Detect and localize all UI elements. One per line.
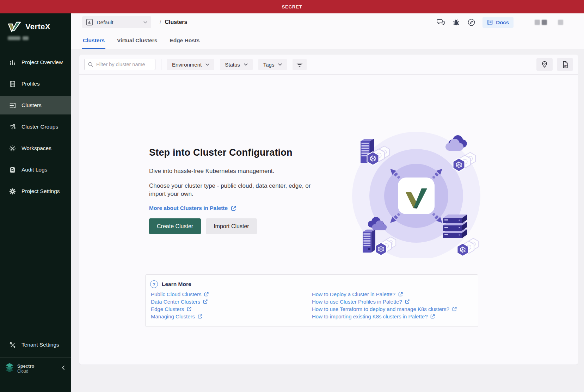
clusters-icon [9, 102, 16, 109]
tags-filter-label: Tags [263, 62, 275, 68]
sidebar-item-clusters[interactable]: Clusters [0, 96, 71, 114]
bug-report-icon[interactable] [452, 18, 460, 26]
filter-lines-icon [296, 61, 303, 68]
sidebar-item-label: Workspaces [21, 145, 51, 151]
docs-button[interactable]: Docs [482, 17, 514, 28]
external-link-icon [430, 314, 435, 319]
svg-text:CSV: CSV [564, 65, 567, 67]
classification-banner: SECRET [0, 0, 584, 13]
external-link-icon [231, 206, 236, 211]
more-filters-button[interactable] [293, 59, 307, 70]
help-icon: ? [150, 280, 158, 288]
sidebar-item-audit-logs[interactable]: Audit Logs [0, 161, 71, 179]
empty-state-title: Step into Cluster Configuration [149, 147, 293, 158]
cluster-tabs: Clusters Virtual Clusters Edge Hosts [71, 31, 584, 49]
external-link-icon [452, 307, 457, 311]
audit-log-icon [9, 167, 16, 173]
sidebar-item-label: Cluster Groups [21, 124, 58, 130]
footer-brand-line1: Spectro [17, 364, 34, 369]
vertex-logo-icon [7, 21, 22, 32]
redacted-control [558, 20, 563, 25]
csv-file-icon: CSV [561, 61, 569, 69]
link-data-center-clusters[interactable]: Data Center Clusters [151, 298, 312, 305]
project-selector-value: Default [97, 19, 113, 25]
cluster-search[interactable] [84, 59, 155, 70]
link-public-cloud-clusters[interactable]: Public Cloud Clusters [151, 291, 312, 298]
redacted-version-badge [8, 36, 71, 40]
breadcrumb-current: Clusters [165, 19, 187, 25]
spectro-cloud-logo [5, 363, 14, 373]
project-selector[interactable]: Default [82, 16, 151, 28]
create-cluster-button[interactable]: Create Cluster [149, 218, 201, 234]
empty-state-subtitle: Dive into hassle-free Kubernetes managem… [149, 168, 274, 175]
import-cluster-button[interactable]: Import Cluster [206, 218, 257, 234]
project-icon [86, 19, 93, 26]
redacted-control [542, 20, 547, 25]
divider [161, 59, 161, 70]
sidebar-item-tenant-settings[interactable]: Tenant Settings [0, 336, 71, 354]
redacted-controls [535, 20, 563, 25]
sidebar-item-label: Audit Logs [21, 167, 47, 173]
external-link-icon [398, 292, 403, 297]
sidebar: VerteX Project Overview Profil [0, 13, 71, 392]
search-icon [88, 62, 93, 67]
link-managing-clusters[interactable]: Managing Clusters [151, 313, 312, 320]
sidebar-item-workspaces[interactable]: Workspaces [0, 139, 71, 157]
link-edge-clusters[interactable]: Edge Clusters [151, 305, 312, 313]
tags-filter-dropdown[interactable]: Tags [258, 59, 287, 70]
explore-compass-icon[interactable] [467, 18, 475, 26]
sidebar-footer: Spectro Cloud [0, 357, 71, 392]
sidebar-item-label: Project Overview [21, 59, 63, 66]
breadcrumb-separator: / [160, 19, 161, 25]
link-how-to-import-clusters[interactable]: How to importing existing K8s clusters i… [312, 313, 457, 320]
tab-clusters[interactable]: Clusters [82, 37, 105, 49]
map-view-button[interactable] [536, 58, 553, 71]
export-csv-button[interactable]: CSV [557, 58, 573, 71]
orbit-icon [9, 145, 16, 152]
learn-more-title: Learn More [162, 281, 191, 287]
sidebar-item-label: Tenant Settings [21, 342, 59, 348]
gear-icon [9, 188, 16, 195]
external-link-icon [198, 314, 202, 319]
link-how-to-use-cluster-profiles[interactable]: How to use Cluster Profiles in Palette? [312, 298, 457, 305]
link-how-to-deploy-cluster[interactable]: How to Deploy a Cluster in Palette? [312, 291, 457, 298]
external-link-icon [405, 299, 410, 304]
sidebar-item-project-settings[interactable]: Project Settings [0, 182, 71, 200]
status-filter-dropdown[interactable]: Status [220, 59, 253, 70]
docs-button-label: Docs [496, 19, 509, 25]
filter-bar: Environment Status Tags [79, 55, 578, 75]
classification-label: SECRET [282, 4, 302, 10]
empty-state-description: Choose your cluster type - public cloud,… [149, 182, 316, 198]
top-header: Default / Clusters [71, 13, 584, 31]
feedback-chat-icon[interactable] [436, 18, 445, 26]
brand: VerteX [0, 13, 71, 32]
map-pin-icon [541, 61, 548, 68]
content-area: Environment Status Tags [71, 49, 584, 392]
cluster-search-input[interactable] [96, 62, 152, 67]
tab-virtual-clusters[interactable]: Virtual Clusters [116, 37, 158, 49]
layers-icon [9, 81, 16, 87]
node-graph-icon [9, 124, 16, 130]
environment-filter-dropdown[interactable]: Environment [167, 59, 214, 70]
learn-more-card: ? Learn More Public Cloud Clusters Data … [145, 274, 478, 327]
sidebar-item-cluster-groups[interactable]: Cluster Groups [0, 118, 71, 136]
server-stack [443, 214, 467, 238]
bar-chart-icon [9, 59, 16, 66]
environment-filter-label: Environment [172, 62, 202, 68]
external-link-icon [187, 307, 191, 311]
tools-icon [9, 342, 16, 348]
sidebar-nav: Project Overview Profiles Clusters [0, 53, 71, 204]
more-about-clusters-link[interactable]: More about Clusters in Palette [149, 205, 236, 211]
status-filter-label: Status [225, 62, 240, 68]
tab-edge-hosts[interactable]: Edge Hosts [169, 37, 200, 49]
footer-brand-line2: Cloud [17, 369, 34, 374]
brand-name: VerteX [25, 22, 50, 31]
cluster-illustration [329, 124, 484, 258]
sidebar-item-label: Profiles [21, 81, 40, 87]
sidebar-item-label: Project Settings [21, 188, 60, 194]
collapse-sidebar-icon[interactable] [61, 365, 65, 370]
link-how-to-use-terraform[interactable]: How to use Terraform to deploy and manag… [312, 305, 457, 313]
sidebar-item-profiles[interactable]: Profiles [0, 75, 71, 93]
redacted-control [535, 20, 540, 25]
sidebar-item-project-overview[interactable]: Project Overview [0, 53, 71, 71]
